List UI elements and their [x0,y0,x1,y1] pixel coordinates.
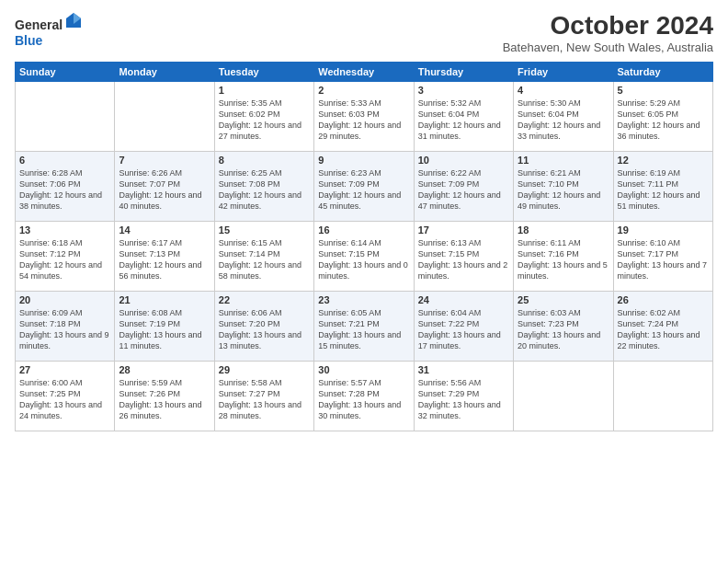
daylight-text: Daylight: 13 hours and 28 minutes. [219,399,310,421]
logo: General Blue [15,11,83,49]
table-row: 8Sunrise: 6:25 AMSunset: 7:08 PMDaylight… [214,152,313,222]
day-number: 29 [219,364,310,375]
day-info: Sunrise: 6:09 AMSunset: 7:18 PMDaylight:… [19,307,110,352]
calendar-week-row: 27Sunrise: 6:00 AMSunset: 7:25 PMDayligh… [16,362,713,431]
sunrise-text: Sunrise: 6:02 AM [618,307,709,318]
sunrise-text: Sunrise: 5:33 AM [318,98,409,109]
table-row [16,82,115,152]
table-row: 13Sunrise: 6:18 AMSunset: 7:12 PMDayligh… [16,222,115,292]
day-info: Sunrise: 6:22 AMSunset: 7:09 PMDaylight:… [418,167,509,213]
daylight-text: Daylight: 12 hours and 36 minutes. [618,120,709,142]
table-row: 3Sunrise: 5:32 AMSunset: 6:04 PMDaylight… [414,82,513,152]
day-number: 21 [119,294,210,305]
sunset-text: Sunset: 7:20 PM [219,318,310,329]
sunrise-text: Sunrise: 5:30 AM [518,98,609,109]
table-row: 17Sunrise: 6:13 AMSunset: 7:15 PMDayligh… [414,222,513,292]
sunrise-text: Sunrise: 5:35 AM [219,98,310,109]
day-info: Sunrise: 5:32 AMSunset: 6:04 PMDaylight:… [418,98,509,143]
sunset-text: Sunset: 6:03 PM [318,109,409,120]
daylight-text: Daylight: 13 hours and 11 minutes. [119,329,210,351]
table-row: 2Sunrise: 5:33 AMSunset: 6:03 PMDaylight… [314,82,414,152]
table-row: 24Sunrise: 6:04 AMSunset: 7:22 PMDayligh… [414,292,513,362]
calendar-week-row: 13Sunrise: 6:18 AMSunset: 7:12 PMDayligh… [16,222,713,292]
sunrise-text: Sunrise: 6:18 AM [19,237,110,248]
calendar-week-row: 1Sunrise: 5:35 AMSunset: 6:02 PMDaylight… [16,82,713,152]
day-info: Sunrise: 6:21 AMSunset: 7:10 PMDaylight:… [518,167,609,213]
col-sunday: Sunday [16,63,115,82]
daylight-text: Daylight: 12 hours and 42 minutes. [219,190,310,212]
sunset-text: Sunset: 6:05 PM [618,109,709,120]
day-info: Sunrise: 6:28 AMSunset: 7:06 PMDaylight:… [19,167,110,213]
sunset-text: Sunset: 7:16 PM [518,248,609,259]
table-row: 20Sunrise: 6:09 AMSunset: 7:18 PMDayligh… [16,292,115,362]
table-row: 12Sunrise: 6:19 AMSunset: 7:11 PMDayligh… [613,152,712,222]
day-number: 10 [418,155,509,166]
logo-icon [64,11,83,29]
daylight-text: Daylight: 13 hours and 7 minutes. [618,259,709,282]
sunrise-text: Sunrise: 6:00 AM [19,377,110,388]
sunset-text: Sunset: 7:12 PM [19,248,110,259]
sunrise-text: Sunrise: 6:15 AM [219,237,310,248]
table-row: 26Sunrise: 6:02 AMSunset: 7:24 PMDayligh… [613,292,712,362]
day-number: 4 [518,85,609,96]
day-number: 7 [119,155,210,166]
sunset-text: Sunset: 6:02 PM [219,109,310,120]
daylight-text: Daylight: 12 hours and 54 minutes. [19,259,110,282]
day-info: Sunrise: 6:18 AMSunset: 7:12 PMDaylight:… [19,237,110,282]
sunset-text: Sunset: 7:09 PM [418,178,509,190]
day-info: Sunrise: 5:58 AMSunset: 7:27 PMDaylight:… [219,377,310,422]
col-monday: Monday [115,63,214,82]
day-info: Sunrise: 6:10 AMSunset: 7:17 PMDaylight:… [618,237,709,282]
table-row: 11Sunrise: 6:21 AMSunset: 7:10 PMDayligh… [514,152,613,222]
day-info: Sunrise: 5:57 AMSunset: 7:28 PMDaylight:… [318,377,409,422]
daylight-text: Daylight: 13 hours and 2 minutes. [418,259,509,282]
table-row: 15Sunrise: 6:15 AMSunset: 7:14 PMDayligh… [214,222,313,292]
table-row: 23Sunrise: 6:05 AMSunset: 7:21 PMDayligh… [314,292,414,362]
daylight-text: Daylight: 12 hours and 40 minutes. [119,190,210,212]
header: General Blue October 2024 Batehaven, New… [15,11,713,54]
sunrise-text: Sunrise: 6:09 AM [19,307,110,318]
day-number: 17 [418,224,509,236]
table-row: 14Sunrise: 6:17 AMSunset: 7:13 PMDayligh… [115,222,214,292]
sunset-text: Sunset: 7:15 PM [318,248,409,259]
daylight-text: Daylight: 12 hours and 56 minutes. [119,259,210,282]
sunrise-text: Sunrise: 6:04 AM [418,307,509,318]
table-row: 6Sunrise: 6:28 AMSunset: 7:06 PMDaylight… [16,152,115,222]
sunrise-text: Sunrise: 6:26 AM [119,167,210,178]
day-number: 5 [618,85,709,96]
day-number: 16 [318,224,409,236]
logo-general-text: General [15,17,63,32]
col-tuesday: Tuesday [214,63,313,82]
day-number: 24 [418,294,509,305]
day-info: Sunrise: 5:30 AMSunset: 6:04 PMDaylight:… [518,98,609,143]
sunrise-text: Sunrise: 5:29 AM [618,98,709,109]
sunset-text: Sunset: 7:14 PM [219,248,310,259]
calendar-week-row: 20Sunrise: 6:09 AMSunset: 7:18 PMDayligh… [16,292,713,362]
day-info: Sunrise: 6:15 AMSunset: 7:14 PMDaylight:… [219,237,310,282]
sunrise-text: Sunrise: 6:19 AM [618,167,709,178]
table-row: 31Sunrise: 5:56 AMSunset: 7:29 PMDayligh… [414,362,513,431]
sunrise-text: Sunrise: 6:03 AM [518,307,609,318]
sunset-text: Sunset: 7:23 PM [518,318,609,329]
table-row: 29Sunrise: 5:58 AMSunset: 7:27 PMDayligh… [214,362,313,431]
sunset-text: Sunset: 7:25 PM [19,388,110,399]
col-wednesday: Wednesday [314,63,414,82]
day-number: 23 [318,294,409,305]
day-info: Sunrise: 6:00 AMSunset: 7:25 PMDaylight:… [19,377,110,422]
daylight-text: Daylight: 12 hours and 31 minutes. [418,120,509,142]
day-info: Sunrise: 6:26 AMSunset: 7:07 PMDaylight:… [119,167,210,213]
day-info: Sunrise: 6:05 AMSunset: 7:21 PMDaylight:… [318,307,409,352]
table-row: 21Sunrise: 6:08 AMSunset: 7:19 PMDayligh… [115,292,214,362]
sunset-text: Sunset: 7:29 PM [418,388,509,399]
day-info: Sunrise: 6:06 AMSunset: 7:20 PMDaylight:… [219,307,310,352]
day-info: Sunrise: 6:08 AMSunset: 7:19 PMDaylight:… [119,307,210,352]
table-row: 16Sunrise: 6:14 AMSunset: 7:15 PMDayligh… [314,222,414,292]
sunrise-text: Sunrise: 6:17 AM [119,237,210,248]
day-number: 12 [618,155,709,166]
daylight-text: Daylight: 13 hours and 13 minutes. [219,329,310,351]
sunrise-text: Sunrise: 6:13 AM [418,237,509,248]
table-row: 7Sunrise: 6:26 AMSunset: 7:07 PMDaylight… [115,152,214,222]
day-info: Sunrise: 6:17 AMSunset: 7:13 PMDaylight:… [119,237,210,282]
table-row: 19Sunrise: 6:10 AMSunset: 7:17 PMDayligh… [613,222,712,292]
day-number: 9 [318,155,409,166]
